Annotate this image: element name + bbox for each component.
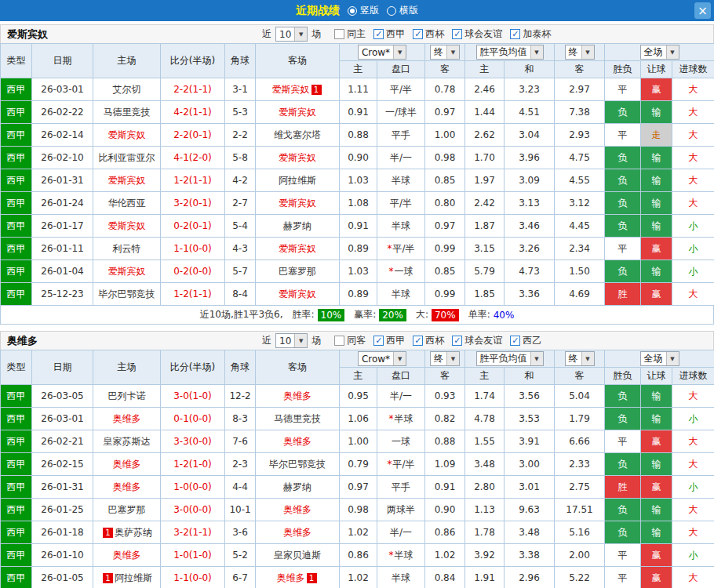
euro-away-odds: 5.16 (555, 521, 605, 544)
col-header-type: 类型 (1, 44, 32, 78)
col-header-away: 客场 (256, 350, 340, 385)
away-team-cell: 赫罗纳 (256, 215, 340, 238)
radio-horizontal-layout[interactable]: 横版 (387, 4, 418, 17)
asia-final-select[interactable]: 终▼ (430, 351, 460, 366)
euro-final-select[interactable]: 终▼ (565, 45, 595, 60)
asia-handicap-cell: *半球 (377, 408, 425, 430)
radio-vertical-layout[interactable]: 竖版 (348, 4, 379, 17)
league-cell: 西甲 (1, 499, 32, 521)
filter-checkbox-0-2[interactable]: ✓西杯 (413, 27, 444, 41)
checkbox-label: 同客 (347, 334, 366, 347)
team-name-text: 爱斯宾奴 (108, 220, 146, 231)
close-button[interactable]: × (694, 2, 711, 19)
euro-away-odds: 2.34 (555, 238, 605, 260)
asia-away-odds: 0.85 (425, 169, 465, 192)
recent-matches-table: 类型 日期 主场 比分(半场) 角球 客场 Crow*▼ 终▼ 胜平负均值▼ 终… (0, 350, 714, 588)
goals-ou-cell: 大 (672, 283, 714, 306)
team-name-text: 马德里竞技 (274, 413, 321, 424)
euro-draw-odds: 3.38 (505, 544, 555, 567)
corners-cell: 4-2 (225, 169, 256, 192)
odds-source-select[interactable]: Crow*▼ (358, 45, 406, 60)
goals-ou-cell: 大 (672, 101, 714, 124)
asia-away-odds: 0.80 (425, 192, 465, 215)
checkbox-checked-icon: ✓ (510, 336, 520, 346)
filter-checkbox-1-1[interactable]: ✓西甲 (373, 334, 405, 347)
games-count-value: 10 (279, 336, 291, 347)
games-count-select[interactable]: 10 ▼ (275, 27, 308, 42)
scope-select[interactable]: 全场▼ (640, 351, 679, 366)
red-card-badge: 1 (103, 528, 113, 538)
euro-draw-odds: 9.63 (505, 499, 555, 521)
filter-checkbox-0-0[interactable]: 同主 (334, 27, 366, 41)
euro-mean-select[interactable]: 胜平负均值▼ (476, 45, 544, 60)
chevron-down-icon: ▼ (294, 334, 307, 347)
filter-checkbox-0-3[interactable]: ✓球会友谊 (452, 27, 502, 41)
asia-handicap-cell: 一/球半 (377, 101, 425, 124)
euro-home-odds: 1.44 (465, 101, 505, 124)
chevron-down-icon: ▼ (294, 27, 307, 41)
summary-bar: 近10场,胜1平3负6,胜率:10%赢率:20%大:70%单率:40% (0, 306, 714, 325)
odds-source-value: Crow* (362, 354, 390, 365)
asia-final-select[interactable]: 终▼ (430, 45, 460, 60)
score-cell: 1-1(0-0) (161, 238, 225, 260)
match-result-cell: 负 (605, 147, 641, 169)
summary-stat-value: 40% (494, 310, 515, 321)
away-team-cell: 爱斯宾奴 (256, 101, 340, 124)
league-cell: 西甲 (1, 169, 32, 192)
euro-home-odds: 1.55 (465, 430, 505, 453)
summary-stat-label: 胜率: (292, 308, 314, 321)
team-name-text: 维戈塞尔塔 (274, 129, 321, 140)
team-name-text: 爱斯宾奴 (108, 266, 146, 277)
asia-handicap-cell: 平/半 (377, 78, 425, 101)
filter-checkbox-1-0[interactable]: 同客 (334, 334, 366, 347)
euro-final-select[interactable]: 终▼ (565, 351, 595, 366)
filter-checkbox-1-4[interactable]: ✓西乙 (510, 334, 541, 347)
checkbox-label: 球会友谊 (464, 334, 502, 347)
goals-ou-cell: 大 (672, 430, 714, 453)
match-result-cell: 负 (605, 169, 641, 192)
chevron-down-icon: ▼ (530, 45, 543, 59)
checkbox-checked-icon: ✓ (413, 336, 423, 346)
team-name-text: 爱斯宾奴 (279, 198, 316, 209)
filter-checkbox-0-1[interactable]: ✓西甲 (373, 27, 405, 41)
asia-final-filter-cell: 终▼ (425, 44, 465, 61)
away-team-cell: 赫罗纳 (256, 476, 340, 499)
home-team-cell: 比利亚雷亚尔 (93, 147, 161, 169)
filter-checkbox-0-4[interactable]: ✓加泰杯 (510, 27, 551, 41)
handicap-result-cell: 输 (641, 260, 672, 283)
date-cell: 26-01-05 (32, 567, 93, 588)
asia-away-odds: 0.91 (425, 476, 465, 499)
match-result-cell: 平 (605, 78, 641, 101)
team-name-text: 爱斯宾奴 (272, 84, 310, 95)
asia-handicap-cell: 半/一 (377, 147, 425, 169)
home-team-cell: 爱斯宾奴 (93, 215, 161, 238)
filter-checkbox-1-2[interactable]: ✓西杯 (413, 334, 444, 347)
league-cell: 西甲 (1, 215, 32, 238)
handicap-result-cell: 赢 (641, 430, 672, 453)
euro-mean-select[interactable]: 胜平负均值▼ (476, 351, 544, 366)
date-cell: 26-01-17 (32, 215, 93, 238)
match-result-cell: 负 (605, 260, 641, 283)
euro-draw-odds: 3.13 (505, 192, 555, 215)
asia-home-odds: 0.86 (340, 544, 377, 567)
red-card-badge: 1 (307, 573, 317, 583)
away-team-cell: 奥维多 (256, 521, 340, 544)
score-cell: 1-0(1-0) (161, 544, 225, 567)
team-name-text: 马德里竞技 (104, 107, 151, 118)
odds-source-select[interactable]: Crow*▼ (358, 351, 406, 366)
match-result-cell: 平 (605, 124, 641, 147)
scope-select[interactable]: 全场▼ (640, 45, 679, 60)
score-cell: 3-0(0-0) (161, 499, 225, 521)
home-team-cell: 1阿拉维斯 (93, 567, 161, 588)
score-cell: 1-0(0-0) (161, 476, 225, 499)
filter-checkbox-1-3[interactable]: ✓球会友谊 (452, 334, 502, 347)
euro-away-odds: 4.69 (555, 283, 605, 306)
team-name-text: 巴列卡诺 (108, 390, 146, 401)
score-cell: 3-2(0-1) (161, 192, 225, 215)
games-count-select[interactable]: 10 ▼ (275, 333, 308, 348)
euro-away-odds: 4.75 (555, 147, 605, 169)
asia-handicap-cell: *平/半 (377, 453, 425, 476)
euro-draw-odds: 3.36 (505, 283, 555, 306)
euro-home-odds: 2.62 (465, 124, 505, 147)
handicap-result-cell: 输 (641, 215, 672, 238)
